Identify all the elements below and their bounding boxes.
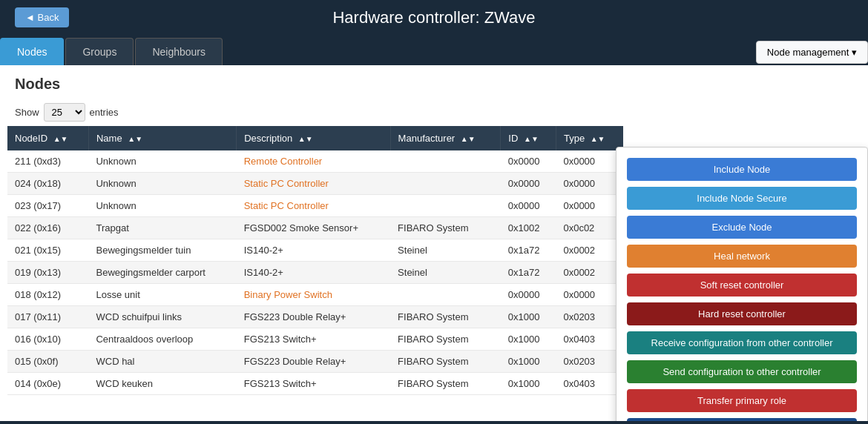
table-cell: 024 (0x18) bbox=[7, 173, 88, 195]
col-manufacturer[interactable]: Manufacturer ▲▼ bbox=[390, 126, 501, 150]
table-cell: Trapgat bbox=[88, 217, 236, 239]
table-cell: IS140-2+ bbox=[237, 262, 390, 284]
table-cell: 0x0403 bbox=[556, 328, 623, 351]
main-content: Include Node Include Node Secure Exclude… bbox=[0, 65, 868, 421]
header: ◄ Back Hardware controller: ZWave bbox=[0, 0, 868, 35]
table-cell bbox=[390, 284, 501, 306]
table-cell bbox=[390, 195, 501, 217]
col-name[interactable]: Name ▲▼ bbox=[88, 126, 236, 150]
include-node-button[interactable]: Include Node bbox=[627, 158, 857, 181]
entries-label: entries bbox=[90, 107, 119, 118]
table-cell[interactable]: Remote Controller bbox=[237, 150, 390, 173]
table-cell: Steinel bbox=[390, 262, 501, 284]
table-cell: FIBARO System bbox=[390, 306, 501, 328]
table-cell: 0x0203 bbox=[556, 306, 623, 328]
table-cell: Bewegingsmelder carport bbox=[88, 262, 236, 284]
table-cell: Losse unit bbox=[88, 284, 236, 306]
description-link[interactable]: Static PC Controller bbox=[244, 178, 329, 189]
table-cell: 023 (0x17) bbox=[7, 195, 88, 217]
table-cell bbox=[390, 173, 501, 195]
col-nodeid[interactable]: NodeID ▲▼ bbox=[7, 126, 88, 150]
table-cell: 0x0000 bbox=[501, 173, 556, 195]
send-config-button[interactable]: Send configuration to other controller bbox=[627, 360, 857, 383]
tab-neighbours[interactable]: Neighbours bbox=[135, 38, 223, 65]
node-management-dropdown: Include Node Include Node Secure Exclude… bbox=[616, 147, 868, 421]
description-link[interactable]: Static PC Controller bbox=[244, 200, 329, 211]
table-row: 023 (0x17)UnknownStatic PC Controller0x0… bbox=[7, 195, 623, 217]
table-cell: 019 (0x13) bbox=[7, 262, 88, 284]
table-cell: Unknown bbox=[88, 195, 236, 217]
table-cell: IS140-2+ bbox=[237, 239, 390, 262]
exclude-node-button[interactable]: Exclude Node bbox=[627, 216, 857, 239]
table-cell: FGS223 Double Relay+ bbox=[237, 351, 390, 373]
description-link[interactable]: Binary Power Switch bbox=[244, 289, 332, 300]
table-header-row: NodeID ▲▼ Name ▲▼ Description ▲▼ Manufac… bbox=[7, 126, 623, 150]
table-cell: WCD hal bbox=[88, 351, 236, 373]
receive-config-button[interactable]: Receive configuration from other control… bbox=[627, 331, 857, 354]
table-row: 016 (0x10)Centraaldoos overloopFGS213 Sw… bbox=[7, 328, 623, 351]
soft-reset-button[interactable]: Soft reset controller bbox=[627, 274, 857, 297]
table-cell: 015 (0x0f) bbox=[7, 351, 88, 373]
table-row: 017 (0x11)WCD schuifpui linksFGS223 Doub… bbox=[7, 306, 623, 328]
page-header-title: Hardware controller: ZWave bbox=[332, 8, 535, 27]
table-cell: FIBARO System bbox=[390, 217, 501, 239]
table-cell: 0x0000 bbox=[556, 195, 623, 217]
transfer-primary-button[interactable]: Transfer primary role bbox=[627, 389, 857, 412]
download-config-button[interactable]: Download Configuration File bbox=[627, 418, 857, 421]
table-cell: 0x1000 bbox=[501, 328, 556, 351]
show-entries-select[interactable]: 25 10 50 100 bbox=[44, 103, 85, 122]
table-cell: FIBARO System bbox=[390, 351, 501, 373]
table-cell[interactable]: Static PC Controller bbox=[237, 195, 390, 217]
table-row: 015 (0x0f)WCD halFGS223 Double Relay+FIB… bbox=[7, 351, 623, 373]
tabs-bar: Nodes Groups Neighbours Node management … bbox=[0, 35, 868, 65]
node-management-button[interactable]: Node management ▾ bbox=[756, 41, 868, 64]
col-description[interactable]: Description ▲▼ bbox=[237, 126, 390, 150]
table-cell: 0x1000 bbox=[501, 306, 556, 328]
table-cell: FGS223 Double Relay+ bbox=[237, 306, 390, 328]
table-cell: 0x1a72 bbox=[501, 262, 556, 284]
table-cell: 0x0203 bbox=[556, 351, 623, 373]
back-button[interactable]: ◄ Back bbox=[15, 7, 69, 27]
table-cell: 0x0403 bbox=[556, 373, 623, 395]
table-cell: 022 (0x16) bbox=[7, 217, 88, 239]
table-cell: WCD keuken bbox=[88, 373, 236, 395]
table-cell: FIBARO System bbox=[390, 373, 501, 395]
table-cell: 0x1002 bbox=[501, 217, 556, 239]
table-row: 022 (0x16)TrapgatFGSD002 Smoke Sensor+FI… bbox=[7, 217, 623, 239]
table-cell: 0x1000 bbox=[501, 351, 556, 373]
description-link[interactable]: Remote Controller bbox=[244, 156, 323, 167]
table-cell: 0x0002 bbox=[556, 239, 623, 262]
table-cell: 014 (0x0e) bbox=[7, 373, 88, 395]
table-row: 021 (0x15)Bewegingsmelder tuinIS140-2+St… bbox=[7, 239, 623, 262]
table-cell: Steinel bbox=[390, 239, 501, 262]
tab-nodes[interactable]: Nodes bbox=[0, 38, 64, 65]
table-cell: 0x0000 bbox=[556, 150, 623, 173]
table-cell: 0x0000 bbox=[501, 195, 556, 217]
table-cell: WCD schuifpui links bbox=[88, 306, 236, 328]
heal-network-button[interactable]: Heal network bbox=[627, 245, 857, 268]
col-type[interactable]: Type ▲▼ bbox=[556, 126, 623, 150]
table-row: 019 (0x13)Bewegingsmelder carportIS140-2… bbox=[7, 262, 623, 284]
table-row: 211 (0xd3)UnknownRemote Controller0x0000… bbox=[7, 150, 623, 173]
table-cell: FGS213 Switch+ bbox=[237, 373, 390, 395]
include-node-secure-button[interactable]: Include Node Secure bbox=[627, 187, 857, 210]
tab-groups[interactable]: Groups bbox=[65, 38, 134, 65]
table-controls: Show 25 10 50 100 entries bbox=[0, 99, 868, 126]
table-cell: 0x1000 bbox=[501, 373, 556, 395]
nodes-table: NodeID ▲▼ Name ▲▼ Description ▲▼ Manufac… bbox=[7, 126, 623, 395]
table-cell: 211 (0xd3) bbox=[7, 150, 88, 173]
table-cell[interactable]: Static PC Controller bbox=[237, 173, 390, 195]
table-cell: Centraaldoos overloop bbox=[88, 328, 236, 351]
col-id[interactable]: ID ▲▼ bbox=[501, 126, 556, 150]
table-cell: 0x0000 bbox=[556, 173, 623, 195]
table-cell: 016 (0x10) bbox=[7, 328, 88, 351]
show-label: Show bbox=[15, 107, 39, 118]
table-cell: 021 (0x15) bbox=[7, 239, 88, 262]
table-cell: 0x0000 bbox=[556, 284, 623, 306]
table-cell: 0x0000 bbox=[501, 150, 556, 173]
table-cell: 018 (0x12) bbox=[7, 284, 88, 306]
table-row: 014 (0x0e)WCD keukenFGS213 Switch+FIBARO… bbox=[7, 373, 623, 395]
table-cell[interactable]: Binary Power Switch bbox=[237, 284, 390, 306]
table-cell: FGSD002 Smoke Sensor+ bbox=[237, 217, 390, 239]
hard-reset-button[interactable]: Hard reset controller bbox=[627, 302, 857, 325]
